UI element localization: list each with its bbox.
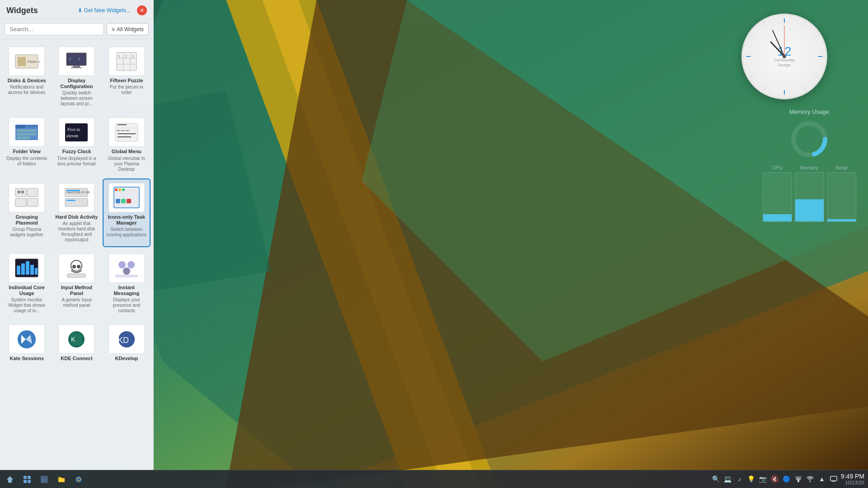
widgets-header-actions: ⬇ Get New Widgets... ✕ xyxy=(75,5,147,15)
files-button[interactable] xyxy=(53,472,70,487)
clock-display[interactable]: 9:49 PM 10/13/20 xyxy=(841,473,864,486)
widget-item-disks-devices[interactable]: Flash cardDisks & DevicesNotifications a… xyxy=(3,42,51,111)
widget-item-global-menu[interactable]: Global MenuGlobal menubar in your Plasma… xyxy=(103,113,151,176)
widget-item-display-config[interactable]: 12Display ConfigurationQuickly switch be… xyxy=(52,42,100,111)
svg-point-92 xyxy=(783,55,786,58)
expand-tray-icon[interactable]: ▲ xyxy=(817,474,826,483)
svg-rect-41 xyxy=(27,198,38,206)
svg-rect-11 xyxy=(71,67,82,68)
svg-line-85 xyxy=(764,87,766,91)
widget-desc-icons-only-task: Switch between running applications xyxy=(105,227,148,238)
svg-rect-109 xyxy=(830,476,837,481)
widget-icon-core-usage xyxy=(9,253,45,283)
battery-tray-icon[interactable]: 💡 xyxy=(747,474,756,483)
volume-tray-icon[interactable]: 🔇 xyxy=(770,474,779,483)
memory-bar xyxy=(795,172,824,222)
svg-text:K: K xyxy=(71,336,75,343)
widget-icon-hdd: Hard Disk I/O Monitor xyxy=(58,183,94,212)
widget-icon-messaging xyxy=(108,253,145,283)
svg-point-51 xyxy=(115,188,118,191)
widget-name-fuzzy-clock: Fuzzy Clock xyxy=(62,149,91,155)
widget-item-icons-only-task[interactable]: Icons-only Task ManagerSwitch between ru… xyxy=(103,178,151,247)
get-new-widgets-button[interactable]: ⬇ Get New Widgets... xyxy=(75,5,133,15)
search-tray-icon[interactable]: 🔍 xyxy=(712,474,721,483)
media-tray-icon[interactable]: ♪ xyxy=(735,474,744,483)
swap-bar xyxy=(827,172,856,222)
svg-text:Five to: Five to xyxy=(67,127,80,132)
widget-desc-individual-core: System monitor Widget that shows usage o… xyxy=(5,297,48,314)
widget-desc-grouping-plasmoid: Group Plasma widgets together xyxy=(5,227,48,238)
svg-rect-33 xyxy=(117,130,120,131)
clock-date: 10/13/20 xyxy=(841,480,864,486)
widget-item-fuzzy-clock[interactable]: Five toelevenFuzzy ClockTime displayed i… xyxy=(52,113,100,176)
widgets-panel-title: Widgets xyxy=(6,6,38,15)
svg-rect-49 xyxy=(121,199,126,203)
display-tray-icon[interactable]: 💻 xyxy=(723,474,732,483)
clock-ticks xyxy=(743,15,826,98)
widget-icon-task-manager xyxy=(108,183,145,212)
svg-text:1: 1 xyxy=(69,57,71,61)
widget-item-kdevelop[interactable]: KDKDevelop xyxy=(103,320,151,367)
svg-rect-46 xyxy=(66,200,75,201)
widgets-panel: Widgets ⬇ Get New Widgets... ✕ ≡ All Wid… xyxy=(0,0,154,470)
widget-item-fifteen-puzzle[interactable]: 123Fifteen PuzzlePut the pieces in order xyxy=(103,42,151,111)
search-input[interactable] xyxy=(5,23,104,35)
widget-name-kdevelop: KDevelop xyxy=(115,356,138,361)
taskbar-left: >_ xyxy=(0,472,87,487)
task-manager-button[interactable] xyxy=(19,472,35,487)
widget-desc-display-config: Quickly switch between screen layouts an… xyxy=(55,90,98,107)
widget-name-icons-only-task: Icons-only Task Manager xyxy=(105,214,148,226)
svg-marker-95 xyxy=(7,476,13,483)
svg-rect-36 xyxy=(15,188,26,197)
screenshot-tray-icon[interactable]: 📷 xyxy=(759,474,768,483)
widget-desc-global-menu: Global menubar in your Plasma Desktop xyxy=(105,156,148,172)
svg-line-88 xyxy=(764,22,766,26)
widget-item-kde-connect[interactable]: KKDE Connect xyxy=(52,320,100,367)
svg-rect-27 xyxy=(17,136,30,139)
svg-text:KD: KD xyxy=(118,336,129,345)
svg-rect-106 xyxy=(797,480,799,482)
files-icon xyxy=(57,475,66,483)
svg-point-62 xyxy=(77,265,80,268)
widget-item-instant-messaging[interactable]: Instant MessagingDisplays your presence … xyxy=(103,249,151,318)
widget-icon-kate xyxy=(9,324,45,354)
terminal-button[interactable]: >_ xyxy=(36,472,52,487)
all-widgets-button[interactable]: ≡ All Widgets xyxy=(107,23,149,35)
widget-icon-grouping xyxy=(9,183,45,212)
task-manager-icon xyxy=(23,475,31,483)
svg-rect-59 xyxy=(35,268,38,275)
screen-config-tray-icon[interactable] xyxy=(829,474,838,483)
analog-clock-face: 12 Community Design xyxy=(741,14,827,99)
widget-name-global-menu: Global Menu xyxy=(112,149,142,155)
widget-icon-global-menu xyxy=(108,117,145,147)
widget-item-kate-sessions[interactable]: Kate Sessions xyxy=(3,320,51,367)
widget-name-individual-core: Individual Core Usage xyxy=(5,285,48,296)
widget-item-folder-view[interactable]: Folder ViewDisplay the contents of folde… xyxy=(3,113,51,176)
widget-name-disks-devices: Disks & Devices xyxy=(8,78,46,84)
widget-item-grouping-plasmoid[interactable]: Grouping PlasmoidGroup Plasma widgets to… xyxy=(3,178,51,247)
widget-item-hard-disk-activity[interactable]: Hard Disk I/O MonitorHard Disk ActivityA… xyxy=(52,178,100,247)
network-tray-icon[interactable] xyxy=(794,474,803,483)
svg-rect-35 xyxy=(126,130,129,131)
wifi-tray-icon[interactable] xyxy=(806,474,815,483)
bluetooth-tray-icon[interactable]: 🔵 xyxy=(782,474,791,483)
widget-desc-fuzzy-clock: Time displayed in a less precise format xyxy=(55,156,98,167)
svg-rect-25 xyxy=(17,129,37,132)
show-desktop-button[interactable] xyxy=(2,472,18,487)
svg-rect-38 xyxy=(21,191,24,193)
clock-widget: 12 Community Design xyxy=(741,14,832,104)
svg-line-84 xyxy=(803,87,806,91)
widget-item-input-method[interactable]: Input Method PanelA generic input method… xyxy=(52,249,100,318)
widget-name-instant-messaging: Instant Messaging xyxy=(105,285,148,296)
widget-desc-instant-messaging: Displays your presence and contacts xyxy=(105,297,148,314)
firefox-button[interactable] xyxy=(71,472,87,487)
close-panel-button[interactable]: ✕ xyxy=(137,5,147,15)
show-desktop-icon xyxy=(6,475,14,483)
svg-rect-97 xyxy=(28,476,31,479)
svg-text:Flash card: Flash card xyxy=(28,60,40,64)
filter-icon: ≡ xyxy=(112,26,115,33)
widgets-grid-container[interactable]: Flash cardDisks & DevicesNotifications a… xyxy=(0,39,153,470)
cpu-label: CPU xyxy=(772,165,782,170)
widget-item-individual-core[interactable]: Individual Core UsageSystem monitor Widg… xyxy=(3,249,51,318)
svg-rect-45 xyxy=(65,198,88,206)
